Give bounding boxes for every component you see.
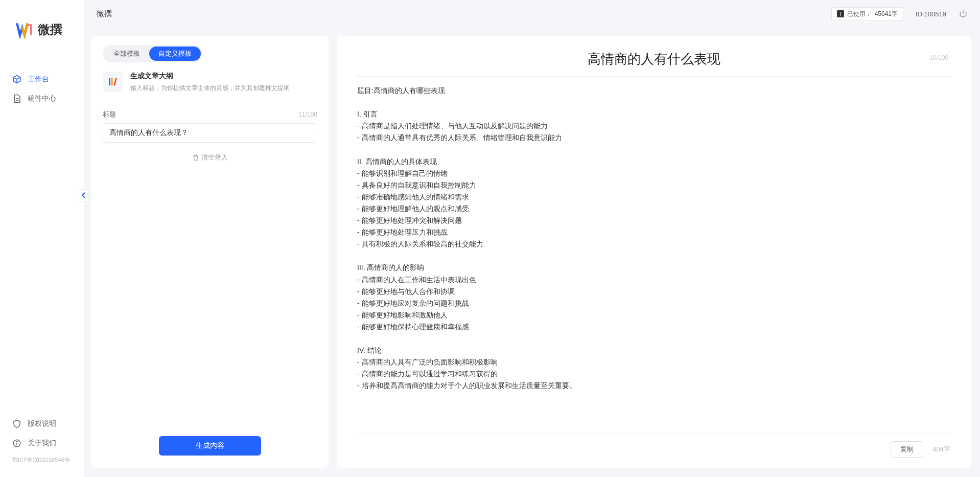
template-card: 生成文章大纲 输入标题，为你提供文章主体的灵感，并为其创建推文提纲: [103, 72, 317, 93]
template-desc: 输入标题，为你提供文章主体的灵感，并为其创建推文提纲: [130, 84, 290, 93]
brand-name: 微撰: [38, 21, 62, 38]
user-id: ID:100519: [916, 10, 946, 18]
text-badge-icon: T: [837, 10, 844, 17]
template-name: 生成文章大纲: [130, 72, 290, 81]
tab-all-templates[interactable]: 全部模板: [104, 47, 149, 61]
sidebar-item-copyright[interactable]: 版权说明: [0, 414, 84, 434]
info-icon: [12, 439, 21, 448]
output-footer: 复制 404字: [357, 434, 950, 458]
svg-point-2: [16, 441, 17, 442]
clear-input-label: 清空录入: [201, 153, 228, 162]
output-title: 高情商的人有什么表现: [357, 50, 950, 68]
sidebar-item-label: 关于我们: [28, 439, 56, 448]
output-divider: [357, 76, 950, 77]
template-tabs: 全部模板 自定义模板: [103, 45, 202, 62]
output-top-counter: 10/100: [929, 54, 948, 61]
title-input[interactable]: [103, 123, 317, 143]
document-icon: [12, 94, 21, 103]
clear-input-button[interactable]: 清空录入: [192, 153, 228, 162]
title-field-counter: 11/100: [298, 111, 317, 118]
brand-logo-icon: [15, 20, 34, 39]
topbar: 微撰 T 已使用： 45641字 ID:100519: [84, 0, 980, 28]
word-count: 404字: [932, 445, 950, 454]
tab-custom-templates[interactable]: 自定义模板: [149, 47, 201, 61]
copy-button[interactable]: 复制: [891, 441, 923, 458]
icp-text: 鄂ICP备2022016946号: [0, 453, 84, 467]
sidebar-item-workspace[interactable]: 工作台: [0, 70, 84, 89]
power-icon[interactable]: [959, 9, 968, 18]
sidebar-item-drafts[interactable]: 稿件中心: [0, 89, 84, 108]
shield-icon: [12, 419, 21, 428]
output-body[interactable]: 题目:高情商的人有哪些表现 I. 引言 - 高情商是指人们处理情绪、与他人互动以…: [357, 85, 950, 428]
cube-icon: [12, 75, 21, 84]
usage-chip[interactable]: T 已使用： 45641字: [831, 7, 903, 21]
sidebar-item-label: 工作台: [28, 75, 49, 84]
brand-logo: 微撰: [0, 0, 84, 59]
sidebar: 微撰 工作台 稿件中心 版权说明: [0, 0, 84, 477]
topbar-title: 微撰: [97, 9, 112, 19]
input-panel: 全部模板 自定义模板 生成文章大纲 输入标题，为你提供文章主体的灵感，并为其创建…: [91, 36, 329, 468]
trash-icon: [192, 154, 199, 161]
usage-value: 45641字: [875, 10, 898, 18]
sidebar-nav: 工作台 稿件中心: [0, 59, 84, 409]
sidebar-item-label: 版权说明: [28, 419, 56, 428]
sidebar-item-label: 稿件中心: [28, 94, 56, 103]
sidebar-bottom: 版权说明 关于我们 鄂ICP备2022016946号: [0, 409, 84, 477]
usage-prefix: 已使用：: [847, 10, 872, 18]
title-field-label: 标题: [103, 110, 116, 119]
sidebar-item-about[interactable]: 关于我们: [0, 434, 84, 453]
sidebar-collapse-handle[interactable]: [79, 189, 89, 201]
generate-button[interactable]: 生成内容: [159, 436, 261, 456]
output-panel: 高情商的人有什么表现 10/100 题目:高情商的人有哪些表现 I. 引言 - …: [337, 36, 971, 468]
template-icon: [103, 72, 123, 92]
